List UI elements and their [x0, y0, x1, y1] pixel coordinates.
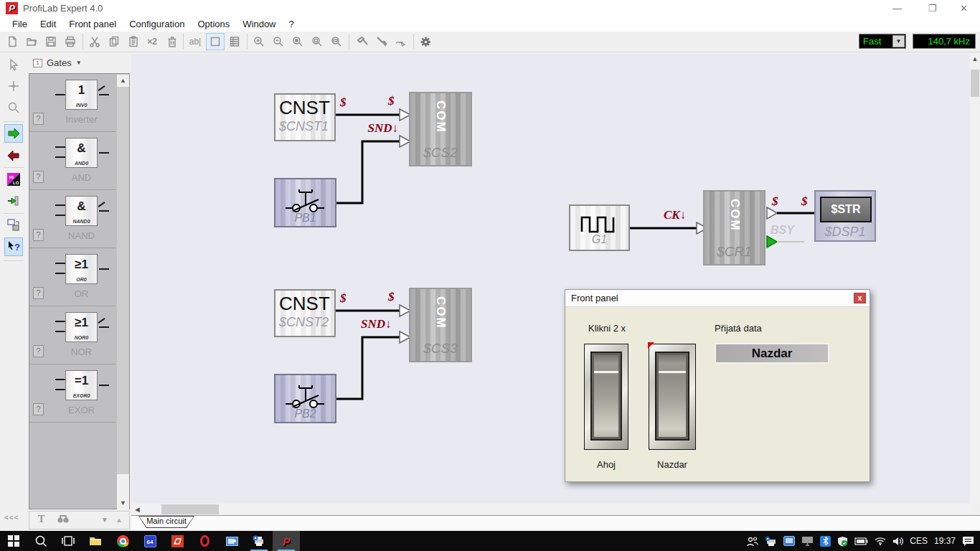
switch-ahoj[interactable] — [584, 344, 628, 450]
speed-dropdown-arrow-icon[interactable]: ▼ — [892, 35, 905, 47]
display-icon[interactable] — [801, 536, 814, 546]
settings-gear-icon[interactable] — [416, 33, 435, 50]
palette-item-inverter[interactable]: 1 INV0 Inverter ? — [29, 74, 116, 132]
menu-edit[interactable]: Edit — [34, 17, 62, 31]
switch-rocker[interactable] — [594, 355, 618, 437]
gate-help-button[interactable]: ? — [33, 345, 44, 357]
hi-lo-tool-icon[interactable]: HILO — [4, 170, 23, 189]
copy-icon[interactable] — [105, 33, 123, 50]
palette-item-exor[interactable]: =1 EXOR0 EXOR ? — [29, 364, 116, 423]
vertical-scroll-thumb[interactable] — [971, 70, 979, 97]
cascade-windows-icon[interactable] — [4, 216, 23, 235]
palette-item-nor[interactable]: ≥1 NOR0 NOR ? — [29, 306, 116, 364]
photos-app-icon[interactable] — [218, 531, 245, 551]
clock[interactable]: 19:37 — [934, 536, 956, 546]
task-view-icon[interactable] — [55, 531, 82, 551]
cut-icon[interactable] — [85, 33, 104, 50]
gate-help-button[interactable]: ? — [33, 287, 44, 299]
duplicate-icon[interactable]: ×2 — [143, 33, 161, 50]
zoom-tool-icon[interactable] — [4, 98, 23, 117]
battery-icon[interactable] — [854, 537, 868, 545]
speaker-icon[interactable] — [892, 537, 903, 546]
collapse-palette-button[interactable]: <<< — [4, 514, 19, 522]
move-down-icon[interactable]: ▼ — [101, 516, 108, 524]
zoom-region-icon[interactable] — [327, 33, 346, 50]
menu-options[interactable]: Options — [191, 17, 236, 31]
block-cs3[interactable]: COM $CS3 — [409, 288, 472, 362]
menu-help[interactable]: ? — [283, 17, 301, 31]
canvas-vertical-scrollbar[interactable]: ▲ — [970, 54, 980, 504]
block-pb1[interactable]: PB1 — [274, 178, 336, 227]
block-pb2[interactable]: PB2 — [274, 374, 336, 423]
screwdriver-icon[interactable] — [372, 33, 391, 50]
menu-file[interactable]: File — [6, 17, 34, 31]
context-help-icon[interactable]: ? — [4, 237, 23, 256]
remote-pc-icon[interactable] — [783, 536, 795, 546]
defender-icon[interactable] — [837, 536, 848, 547]
stop-tool-icon[interactable] — [4, 146, 23, 165]
front-panel-window[interactable]: Front panel x Klikni 2 x Přijatá data Na… — [565, 289, 870, 482]
palette-dropdown-icon[interactable]: ▼ — [76, 60, 82, 66]
chrome-icon[interactable] — [109, 531, 136, 551]
delete-icon[interactable] — [163, 33, 182, 50]
front-panel-titlebar[interactable]: Front panel x — [565, 290, 870, 307]
block-g1[interactable]: G1 — [569, 204, 630, 251]
profilab-taskbar-icon[interactable]: P — [273, 531, 300, 551]
scroll-left-icon[interactable]: ◄ — [133, 504, 141, 515]
text-tool-icon[interactable]: ab| — [186, 33, 204, 50]
zoom-out-icon[interactable] — [269, 33, 288, 50]
search-binoculars-icon[interactable] — [57, 514, 70, 526]
palette-header[interactable]: 1 Gates ▼ — [27, 52, 131, 73]
speed-select[interactable]: Fast ▼ — [859, 34, 906, 49]
front-panel-close-button[interactable]: x — [854, 293, 866, 303]
print-queue-app-icon[interactable] — [245, 531, 273, 551]
opera-icon[interactable] — [191, 531, 218, 551]
people-icon[interactable] — [746, 536, 758, 547]
open-file-icon[interactable] — [22, 33, 41, 50]
gate-help-button[interactable]: ? — [33, 229, 44, 241]
palette-item-or[interactable]: ≥1 OR0 OR ? — [29, 248, 116, 306]
taskbar-search-icon[interactable] — [27, 531, 55, 551]
close-button[interactable]: ✕ — [948, 0, 980, 17]
gate-help-button[interactable]: ? — [33, 113, 44, 125]
palette-scrollbar[interactable]: ▲ ▼ — [117, 75, 129, 509]
floppy64-app-icon[interactable]: 64 — [136, 531, 164, 551]
language-indicator[interactable]: CES — [910, 536, 928, 546]
wifi-icon[interactable] — [875, 537, 886, 545]
menu-configuration[interactable]: Configuration — [123, 17, 191, 31]
block-cnst2[interactable]: CNST $CNST2 — [274, 289, 336, 337]
logic-probe-tool-icon[interactable] — [4, 192, 23, 210]
switch-rocker[interactable] — [659, 355, 686, 437]
minimize-button[interactable]: — — [881, 0, 913, 17]
scroll-up-icon[interactable]: ▲ — [117, 75, 129, 87]
start-button[interactable] — [0, 531, 27, 551]
crosshair-tool-icon[interactable] — [4, 77, 23, 95]
zoom-100-icon[interactable] — [288, 33, 307, 50]
file-explorer-icon[interactable] — [82, 531, 109, 551]
wire-tool-icon[interactable] — [392, 33, 410, 50]
palette-item-and[interactable]: & AND0 AND ? — [29, 132, 116, 190]
maximize-button[interactable]: ❐ — [916, 0, 948, 17]
tray-printer-icon[interactable] — [765, 536, 777, 547]
new-file-icon[interactable] — [3, 33, 22, 50]
block-cnst1[interactable]: CNST $CNST1 — [274, 93, 336, 141]
palette-scroll-thumb[interactable] — [117, 87, 129, 474]
menu-window[interactable]: Window — [236, 17, 282, 31]
bluetooth-icon[interactable] — [820, 536, 831, 547]
save-icon[interactable] — [42, 33, 60, 50]
block-cs2[interactable]: COM $CS2 — [409, 92, 472, 166]
grid-view-icon[interactable] — [206, 33, 225, 50]
tools-icon[interactable] — [353, 33, 372, 50]
text-label-tool-icon[interactable]: T — [38, 514, 44, 525]
switch-nazdar[interactable] — [649, 344, 696, 450]
zoom-fit-icon[interactable] — [308, 33, 326, 50]
list-view-icon[interactable] — [225, 33, 244, 50]
canvas-horizontal-scrollbar[interactable]: ◄ — [131, 504, 970, 515]
tab-main-circuit[interactable]: Main circuit — [138, 516, 194, 528]
gate-help-button[interactable]: ? — [33, 403, 44, 415]
run-tool-icon[interactable] — [4, 124, 23, 143]
horizontal-scroll-thumb[interactable] — [161, 504, 219, 514]
action-center-icon[interactable] — [962, 536, 974, 546]
palette-item-nand[interactable]: & NAND0 NAND ? — [29, 190, 116, 248]
block-cr1[interactable]: COM $CR1 — [703, 190, 765, 265]
